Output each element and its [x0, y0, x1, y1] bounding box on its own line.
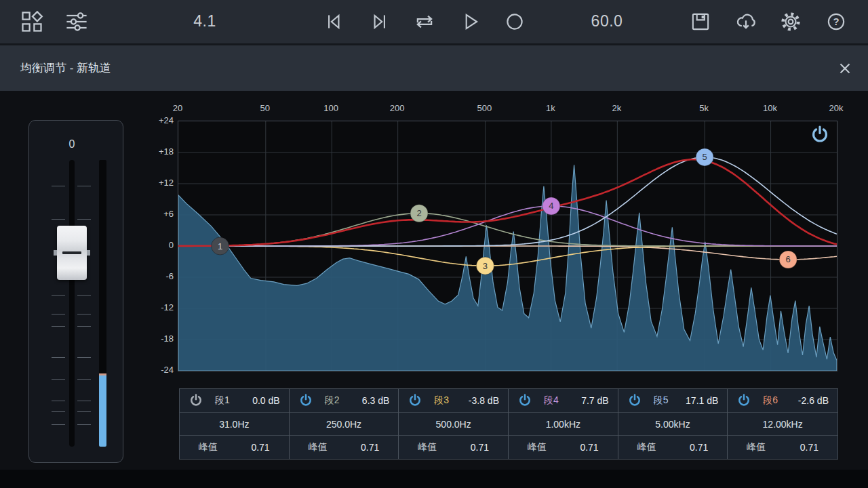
freq-tick-label: 10k [750, 103, 791, 113]
fader-handle-tab [54, 250, 57, 256]
band-power-icon[interactable] [408, 393, 422, 408]
loop-icon[interactable] [410, 7, 439, 37]
band-q-row[interactable]: 峰值0.71 [728, 436, 837, 459]
db-tick-label: -6 [136, 271, 174, 281]
freq-tick-label: 2k [596, 103, 637, 113]
fader-tick [52, 326, 65, 327]
band-q-value: 0.71 [690, 442, 708, 453]
svg-text:3: 3 [483, 261, 488, 271]
help-icon[interactable]: ? [821, 7, 851, 37]
freq-tick-label: 5k [684, 103, 724, 113]
band-q-row[interactable]: 峰值0.71 [399, 436, 508, 459]
band-frequency-row[interactable]: 5.00kHz [618, 413, 728, 436]
band-panel-4: 段47.7 dB1.00kHz峰值0.71 [509, 389, 618, 459]
band-gain-value: 17.1 dB [686, 395, 718, 406]
band-q-row[interactable]: 峰值0.71 [509, 436, 618, 459]
fader-tick [77, 401, 91, 401]
band-power-icon[interactable] [189, 393, 203, 408]
band-gain-row[interactable]: 段47.7 dB [509, 389, 618, 413]
band-gain-row[interactable]: 段6-2.6 dB [728, 389, 837, 413]
fader-tick [77, 379, 91, 380]
band-gain-value: -2.6 dB [798, 395, 829, 406]
band-point-6[interactable]: 6 [779, 251, 797, 268]
fader-tick [77, 357, 91, 358]
skip-forward-icon[interactable] [365, 7, 395, 37]
fader-handle-tab [87, 250, 90, 256]
record-icon[interactable] [500, 7, 530, 37]
fader-tick [52, 314, 65, 314]
band-frequency-row[interactable]: 500.0Hz [399, 413, 508, 436]
fader-tick [77, 424, 91, 425]
band-point-1[interactable]: 1 [212, 237, 229, 255]
svg-text:?: ? [833, 16, 839, 27]
category-icon[interactable] [17, 7, 47, 37]
freq-tick-label: 500 [464, 103, 505, 113]
band-gain-row[interactable]: 段26.3 dB [290, 389, 399, 413]
sliders-icon[interactable] [62, 7, 92, 37]
band-point-4[interactable]: 4 [542, 197, 560, 215]
position-display[interactable]: 4.1 [171, 0, 239, 43]
band-gain-row[interactable]: 段3-3.8 dB [399, 389, 508, 413]
db-tick-label: -24 [136, 365, 174, 375]
band-point-2[interactable]: 2 [410, 205, 428, 222]
band-panel-6: 段6-2.6 dB12.00kHz峰值0.71 [728, 389, 837, 459]
freq-tick-label: 50 [245, 103, 285, 113]
band-panel-1: 段10.0 dB31.0Hz峰值0.71 [180, 389, 290, 459]
top-toolbar: 4.1 60.0 ? [0, 0, 868, 45]
band-q-row[interactable]: 峰值0.71 [618, 436, 728, 459]
band-power-icon[interactable] [627, 393, 642, 408]
band-q-label: 峰值 [309, 441, 328, 453]
fader-tick [77, 411, 91, 412]
db-tick-label: 0 [136, 240, 174, 250]
band-frequency-row[interactable]: 31.0Hz [180, 413, 289, 436]
freq-tick-label: 200 [377, 103, 418, 113]
db-tick-label: +12 [136, 178, 174, 188]
fader-track[interactable] [69, 160, 75, 447]
band-gain-row[interactable]: 段517.1 dB [618, 389, 728, 413]
band-power-icon[interactable] [736, 393, 751, 408]
fader-tick [77, 314, 91, 314]
band-q-row[interactable]: 峰值0.71 [290, 436, 399, 459]
fader-tick [52, 379, 65, 380]
skip-back-icon[interactable] [319, 7, 349, 37]
level-meter [99, 160, 106, 447]
db-tick-label: -12 [136, 302, 174, 312]
bpm-display[interactable]: 60.0 [573, 0, 641, 43]
band-panel-5: 段517.1 dB5.00kHz峰值0.71 [618, 389, 728, 459]
eq-plot[interactable]: 123456 [178, 121, 837, 371]
db-tick-label: +24 [136, 115, 174, 125]
save-icon[interactable] [686, 7, 715, 37]
settings-icon[interactable] [776, 7, 806, 37]
band-frequency-row[interactable]: 12.00kHz [728, 413, 837, 436]
band-power-icon[interactable] [517, 393, 532, 408]
dialog-title: 均衡调节 - 新轨道 [20, 45, 111, 91]
band-q-label: 峰值 [637, 441, 656, 453]
band-power-icon[interactable] [298, 393, 313, 408]
band-label: 段5 [654, 394, 669, 407]
play-icon[interactable] [455, 7, 485, 37]
band-point-5[interactable]: 5 [696, 148, 713, 166]
band-frequency-row[interactable]: 1.00kHz [509, 413, 618, 436]
band-panel-2: 段26.3 dB250.0Hz峰值0.71 [290, 389, 399, 459]
close-icon[interactable] [830, 54, 860, 83]
band-point-3[interactable]: 3 [476, 257, 494, 274]
band-label: 段2 [325, 394, 340, 407]
band-gain-value: -3.8 dB [469, 395, 499, 406]
fader-value-label: 0 [29, 138, 115, 150]
track-fader-panel: 0 [28, 120, 123, 463]
eq-power-icon[interactable] [809, 124, 831, 146]
svg-text:2: 2 [416, 208, 421, 218]
spectrum-analyzer [178, 165, 837, 371]
band-frequency-row[interactable]: 250.0Hz [290, 413, 399, 436]
freq-tick-label: 20k [816, 103, 856, 113]
band-label: 段6 [763, 394, 778, 407]
band-gain-value: 0.0 dB [252, 395, 279, 406]
svg-text:5: 5 [703, 152, 707, 162]
cloud-download-icon[interactable] [731, 7, 761, 37]
fader-tick [52, 357, 65, 358]
band-gain-value: 7.7 dB [581, 395, 608, 406]
band-q-label: 峰值 [418, 441, 437, 453]
band-gain-row[interactable]: 段10.0 dB [180, 389, 289, 413]
band-q-row[interactable]: 峰值0.71 [180, 436, 289, 459]
fader-handle[interactable] [57, 226, 87, 280]
